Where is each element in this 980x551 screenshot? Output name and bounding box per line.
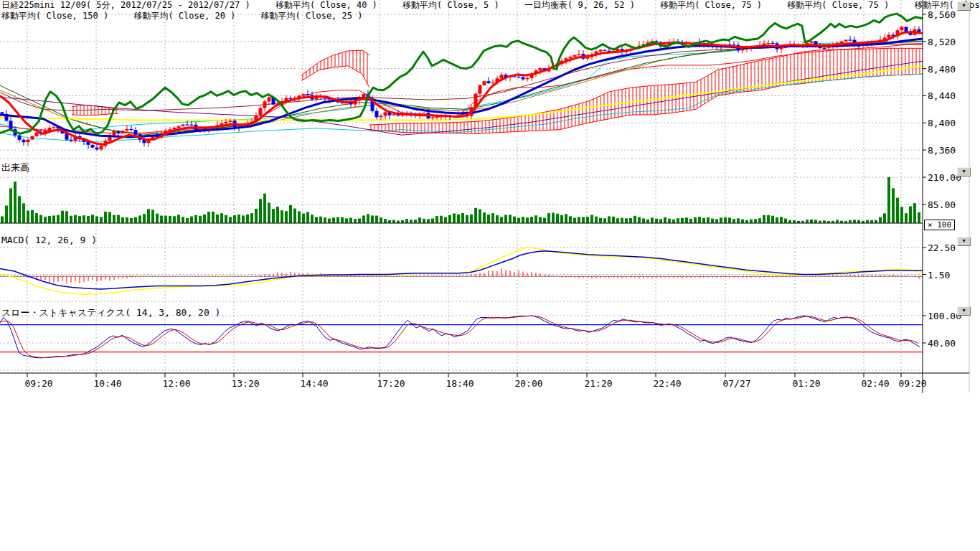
legend-ma150: 移動平均( Close, 150 ): [1, 11, 108, 21]
x-axis-tick-label: 02:40: [859, 378, 891, 389]
chart-title: 日経225mini 12/09( 5分, 2012/07/25 - 2012/0…: [1, 0, 250, 10]
x-axis-tick-label: 18:40: [444, 378, 476, 389]
legend-ma75a: 移動平均( Close, 75 ): [660, 0, 762, 10]
x-axis-tick-label: 10:40: [92, 378, 123, 389]
chart-window: 日経225mini 12/09( 5分, 2012/07/25 - 2012/0…: [0, 0, 980, 551]
legend-ma20: 移動平均( Close, 20 ): [133, 11, 235, 21]
stochastics-scale-dropdown-button[interactable]: ▼: [957, 306, 971, 316]
legend-ma75b: 移動平均( Close, 75 ): [787, 0, 889, 10]
chevron-down-icon: ▼: [962, 238, 965, 244]
legend-ma25: 移動平均( Close, 25 ): [261, 11, 363, 21]
price-axis-label: 8,440: [928, 90, 956, 101]
macd-pane-label: MACD( 12, 26, 9 ): [1, 235, 97, 245]
price-chart-canvas[interactable]: [0, 0, 980, 551]
indicator-legend: 日経225mini 12/09( 5分, 2012/07/25 - 2012/0…: [1, 0, 980, 22]
legend-ichimoku: 一目均衡表( 9, 26, 52 ): [524, 0, 635, 10]
volume-scale-dropdown-button[interactable]: ▼: [957, 167, 971, 176]
x-axis-tick-label: 21:20: [583, 378, 614, 389]
stochastics-pane-label: スロー・ストキャスティクス( 14, 3, 80, 20 ): [1, 306, 220, 319]
price-axis-label: 8,480: [928, 64, 956, 75]
macd-scale-dropdown-button[interactable]: ▼: [957, 237, 971, 246]
stoch-axis-label: 40.00: [928, 338, 956, 349]
macd-axis-label: 22.50: [928, 242, 956, 253]
x-axis-tick-label: 14:40: [298, 378, 330, 389]
volume-multiplier-badge: × 100: [924, 220, 955, 230]
x-axis-tick-label: 20:00: [513, 378, 545, 389]
price-scale-dropdown-button[interactable]: ▼: [957, 1, 971, 11]
legend-ma40: 移動平均( Close, 40 ): [275, 0, 377, 10]
volume-axis-label: 210.00: [928, 172, 961, 183]
x-axis-tick-label: 13:20: [230, 378, 261, 389]
price-axis-label: 8,520: [928, 37, 956, 47]
legend-row-1: 日経225mini 12/09( 5分, 2012/07/25 - 2012/0…: [1, 0, 980, 11]
x-axis-tick-label: 09:20: [23, 378, 55, 389]
x-axis-tick-label: 01:20: [791, 378, 822, 389]
legend-row-2: 移動平均( Close, 150 ) 移動平均( Close, 20 ) 移動平…: [1, 11, 980, 22]
price-axis-label: 8,400: [928, 118, 956, 128]
volume-axis-label: 85.00: [928, 199, 956, 210]
x-axis-tick-label: 09:20: [897, 378, 928, 389]
x-axis-tick-label: 22:40: [651, 378, 683, 389]
chevron-down-icon: ▼: [962, 3, 965, 9]
price-axis-label: 8,360: [928, 145, 956, 156]
stoch-axis-label: 100.00: [928, 311, 961, 321]
x-axis-tick-label: 17:20: [375, 378, 407, 389]
macd-axis-label: 1.50: [928, 270, 950, 281]
volume-pane-label: 出来高: [1, 161, 29, 174]
x-axis-tick-label: 07/27: [721, 378, 753, 389]
legend-ma5: 移動平均( Close, 5 ): [402, 0, 499, 10]
chevron-down-icon: ▼: [962, 169, 965, 174]
chevron-down-icon: ▼: [962, 308, 965, 314]
x-axis-tick-label: 12:00: [161, 378, 192, 389]
